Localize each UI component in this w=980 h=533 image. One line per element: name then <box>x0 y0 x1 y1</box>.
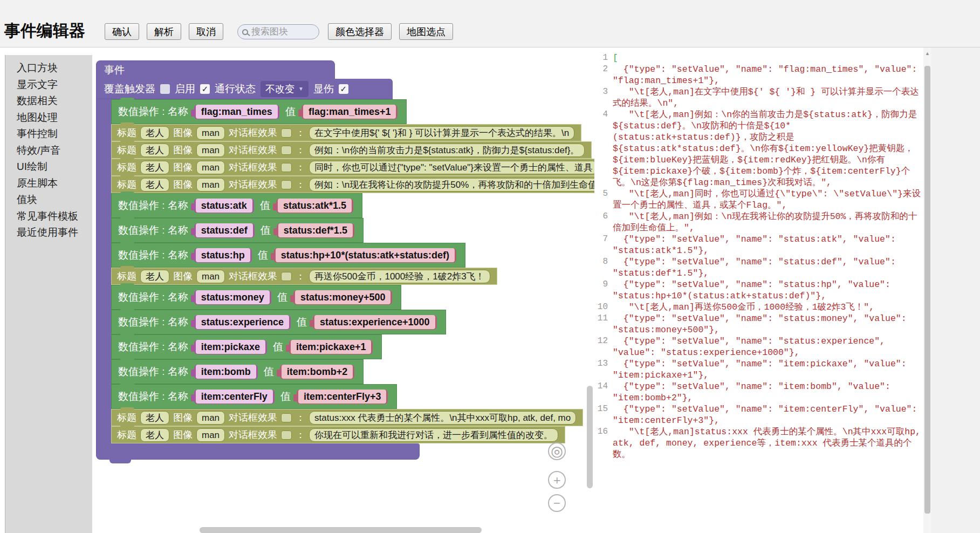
name-field[interactable]: item:pickaxe <box>194 340 267 354</box>
block-dialog-row[interactable]: 标题老人图像man对话框效果：同时，你也可以通过{"type": "setVal… <box>111 159 594 176</box>
value-field-value[interactable]: item:bomb+2 <box>282 365 353 379</box>
dialog-image-field[interactable]: man <box>196 161 225 174</box>
toolbar-button-2[interactable]: 取消 <box>189 23 223 40</box>
name-field-value[interactable]: status:hp <box>196 248 250 262</box>
value-field[interactable]: item:bomb+2 <box>280 365 355 379</box>
value-field-value[interactable]: flag:man_times+1 <box>303 105 396 119</box>
toolbar-button-0[interactable]: 确认 <box>105 23 139 40</box>
sidebar-item-7[interactable]: 原生脚本 <box>17 175 92 192</box>
dialog-text-field[interactable]: 例如：\n现在我将让你的攻防提升50%，再将攻防和的十倍加到生命值上 <box>309 178 594 192</box>
dialog-title-field[interactable]: 老人 <box>140 161 169 174</box>
name-field[interactable]: item:bomb <box>194 365 258 379</box>
name-field[interactable]: status:experience <box>194 315 291 330</box>
dialog-image-field[interactable]: man <box>196 411 225 425</box>
code-scrollbar-thumb[interactable] <box>924 66 930 514</box>
name-field[interactable]: status:atk <box>194 199 254 213</box>
block-dialog-row[interactable]: 标题老人图像man对话框效果：在文字中使用${' ${ '}和 } 可以计算并显… <box>111 124 581 141</box>
dialog-title-field[interactable]: 老人 <box>140 428 169 442</box>
sidebar-item-9[interactable]: 常见事件模板 <box>17 208 92 225</box>
sidebar-item-4[interactable]: 事件控制 <box>17 126 92 142</box>
canvas-vertical-scrollbar[interactable] <box>587 386 593 488</box>
block-dialog-row[interactable]: 标题老人图像man对话框效果：你现在可以重新和我进行对话，进一步看到属性值的改变… <box>111 426 565 443</box>
name-field[interactable]: item:centerFly <box>194 390 275 404</box>
value-field-value[interactable]: item:centerFly+3 <box>298 390 387 404</box>
code-scrollbar[interactable]: ▲ <box>923 47 931 533</box>
block-setvalue-row[interactable]: 数值操作 : 名称flag:man_times值flag:man_times+1 <box>111 99 407 124</box>
value-field[interactable]: status:money+500 <box>293 290 393 305</box>
dialog-image-field[interactable]: man <box>196 178 225 192</box>
dialog-effect-checkbox[interactable] <box>281 413 292 422</box>
block-search[interactable] <box>237 24 319 39</box>
block-setvalue-row[interactable]: 数值操作 : 名称item:pickaxe值item:pickaxe+1 <box>111 334 382 359</box>
block-setvalue-row[interactable]: 数值操作 : 名称status:experience值status:experi… <box>111 310 446 334</box>
dialog-effect-checkbox[interactable] <box>281 128 292 138</box>
value-field-value[interactable]: item:pickaxe+1 <box>291 340 372 354</box>
value-field[interactable]: status:hp+10*(status:atk+status:def) <box>274 248 456 263</box>
sidebar-item-8[interactable]: 值块 <box>17 192 92 208</box>
dialog-effect-checkbox[interactable] <box>281 163 292 172</box>
dialog-text-field[interactable]: 同时，你也可以通过{"type": "setValue"}来设置一个勇士的属性、… <box>309 161 594 174</box>
value-field[interactable]: status:experience+1000 <box>313 315 437 330</box>
dialog-effect-checkbox[interactable] <box>281 180 292 189</box>
pass-state-dropdown[interactable]: 不改变 ▼ <box>261 81 309 97</box>
event-block-title[interactable]: 事件 <box>96 60 335 79</box>
dialog-effect-checkbox[interactable] <box>281 146 292 155</box>
dialog-title-field[interactable]: 老人 <box>140 178 169 192</box>
name-field-value[interactable]: flag:man_times <box>196 105 278 119</box>
color-picker-button[interactable]: 颜色选择器 <box>328 23 392 40</box>
dialog-title-field[interactable]: 老人 <box>140 126 169 140</box>
value-field[interactable]: status:def*1.5 <box>277 223 354 238</box>
dialog-text-field[interactable]: 你现在可以重新和我进行对话，进一步看到属性值的改变。 <box>309 428 558 442</box>
dialog-image-field[interactable]: man <box>196 144 225 157</box>
block-setvalue-row[interactable]: 数值操作 : 名称item:bomb值item:bomb+2 <box>111 359 364 384</box>
dialog-title-field[interactable]: 老人 <box>140 411 169 425</box>
value-field[interactable]: flag:man_times+1 <box>301 105 398 119</box>
name-field-value[interactable]: item:centerFly <box>196 390 273 404</box>
toolbar-button-1[interactable]: 解析 <box>147 23 181 40</box>
block-canvas[interactable]: 事件 覆盖触发器 启用 ✓ 通行状态 不改变 ▼ 显伤 ✓ 数值操作 : 名称f… <box>92 47 594 533</box>
dialog-effect-checkbox[interactable] <box>281 430 292 440</box>
value-field-value[interactable]: status:money+500 <box>295 290 391 304</box>
dialog-text-field[interactable]: 再送你500金币，1000经验，1破2炸3飞！ <box>309 270 490 283</box>
recenter-button[interactable]: ◎ <box>548 442 566 460</box>
dialog-text-field[interactable]: status:xxx 代表勇士的某个属性。\n其中xxx可取hp, atk, d… <box>309 411 576 425</box>
canvas-horizontal-scrollbar[interactable] <box>200 527 482 533</box>
zoom-out-button[interactable]: − <box>548 494 566 512</box>
json-code-editor[interactable]: 1[2 {"type": "setValue", "name": "flag:m… <box>594 47 923 533</box>
name-field-value[interactable]: status:money <box>196 290 270 304</box>
dialog-title-field[interactable]: 老人 <box>140 144 169 157</box>
event-block[interactable]: 事件 覆盖触发器 启用 ✓ 通行状态 不改变 ▼ 显伤 ✓ 数值操作 : 名称f… <box>96 60 594 460</box>
dialog-text-field[interactable]: 例如：\n你的当前攻击力是${status:atk}，防御力是${status:… <box>309 144 585 157</box>
block-dialog-row[interactable]: 标题老人图像man对话框效果：status:xxx 代表勇士的某个属性。\n其中… <box>111 409 583 426</box>
block-setvalue-row[interactable]: 数值操作 : 名称status:atk值status:atk*1.5 <box>111 193 362 218</box>
name-field[interactable]: status:hp <box>194 248 252 263</box>
value-field[interactable]: item:centerFly+3 <box>297 390 388 404</box>
name-field-value[interactable]: status:atk <box>196 199 252 213</box>
sidebar-item-0[interactable]: 入口方块 <box>17 60 92 77</box>
zoom-in-button[interactable]: ＋ <box>548 471 566 489</box>
name-field-value[interactable]: item:pickaxe <box>196 340 265 354</box>
value-field-value[interactable]: status:atk*1.5 <box>278 199 352 213</box>
map-pick-button[interactable]: 地图选点 <box>399 23 453 40</box>
dialog-effect-checkbox[interactable] <box>281 272 292 281</box>
block-dialog-row[interactable]: 标题老人图像man对话框效果：例如：\n现在我将让你的攻防提升50%，再将攻防和… <box>111 176 594 193</box>
block-setvalue-row[interactable]: 数值操作 : 名称status:hp值status:hp+10*(status:… <box>111 243 465 268</box>
block-setvalue-row[interactable]: 数值操作 : 名称status:def值status:def*1.5 <box>111 218 364 243</box>
dialog-image-field[interactable]: man <box>196 126 225 140</box>
block-setvalue-row[interactable]: 数值操作 : 名称status:money值status:money+500 <box>111 285 401 310</box>
name-field[interactable]: flag:man_times <box>194 105 279 119</box>
sidebar-item-1[interactable]: 显示文字 <box>17 77 92 93</box>
damage-checkbox[interactable]: ✓ <box>339 84 348 94</box>
name-field-value[interactable]: item:bomb <box>196 365 256 379</box>
sidebar-item-3[interactable]: 地图处理 <box>17 110 92 126</box>
name-field[interactable]: status:def <box>194 223 255 238</box>
sidebar-item-10[interactable]: 最近使用事件 <box>17 224 92 241</box>
dialog-image-field[interactable]: man <box>196 428 225 442</box>
dialog-image-field[interactable]: man <box>196 270 225 283</box>
block-dialog-row[interactable]: 标题老人图像man对话框效果：再送你500金币，1000经验，1破2炸3飞！ <box>111 268 497 285</box>
dialog-title-field[interactable]: 老人 <box>140 270 169 283</box>
name-field-value[interactable]: status:def <box>196 223 253 237</box>
value-field-value[interactable]: status:experience+1000 <box>314 315 435 329</box>
name-field-value[interactable]: status:experience <box>196 315 289 329</box>
trigger-checkbox[interactable] <box>160 84 170 94</box>
